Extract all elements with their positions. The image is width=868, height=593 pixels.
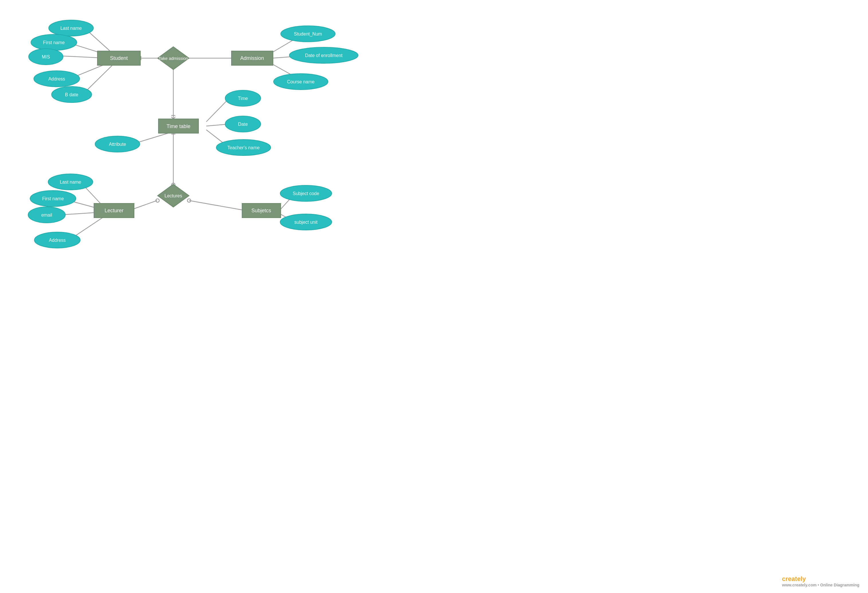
conn-time-timetable — [206, 98, 229, 122]
rel-lectures-label: Lectures — [164, 193, 182, 198]
rel-take-admission-label: Take admission — [158, 56, 188, 61]
attr-subject-code-label: Subject code — [293, 191, 319, 196]
attr-last-name-lecturer-label: Last name — [60, 180, 81, 184]
conn-lectures-subjetcs — [189, 201, 246, 211]
entity-student-label: Student — [110, 55, 128, 61]
attr-mis-label: MIS — [42, 55, 50, 59]
attr-first-name-student-label: First name — [43, 40, 65, 45]
entity-timetable-label: Time table — [167, 124, 190, 129]
conn-bdate-student — [83, 63, 115, 94]
brand-tagline: www.creately.com • Online Diagramming — [782, 583, 859, 587]
attr-bdate-label: B date — [65, 92, 78, 97]
attr-teacher-name-label: Teacher's name — [227, 145, 260, 150]
attr-email-label: email — [41, 212, 52, 217]
attr-subject-unit-label: subject unit — [294, 220, 318, 224]
entity-lecturer-label: Lecturer — [105, 208, 124, 214]
brand-name: creately — [782, 575, 806, 583]
watermark: creately www.creately.com • Online Diagr… — [782, 575, 859, 587]
entity-admission-label: Admission — [240, 55, 264, 61]
attr-address-lecturer-label: Address — [49, 238, 66, 243]
attr-last-name-student-label: Last name — [61, 26, 82, 31]
attr-date-enrollment-label: Date of enrollment — [305, 53, 342, 58]
attr-student-num-label: Student_Num — [294, 31, 322, 37]
attr-course-name-label: Course name — [287, 80, 314, 84]
attr-address-student-label: Address — [49, 77, 65, 81]
entity-subjetcs-label: Subjetcs — [251, 208, 271, 214]
attr-date-label: Date — [238, 122, 248, 127]
attr-attribute-label: Attribute — [109, 142, 126, 147]
attr-time-label: Time — [238, 96, 248, 101]
er-diagram: Student Admission Time table Lecturer Su… — [0, 0, 868, 593]
attr-first-name-lecturer-label: First name — [42, 196, 64, 201]
